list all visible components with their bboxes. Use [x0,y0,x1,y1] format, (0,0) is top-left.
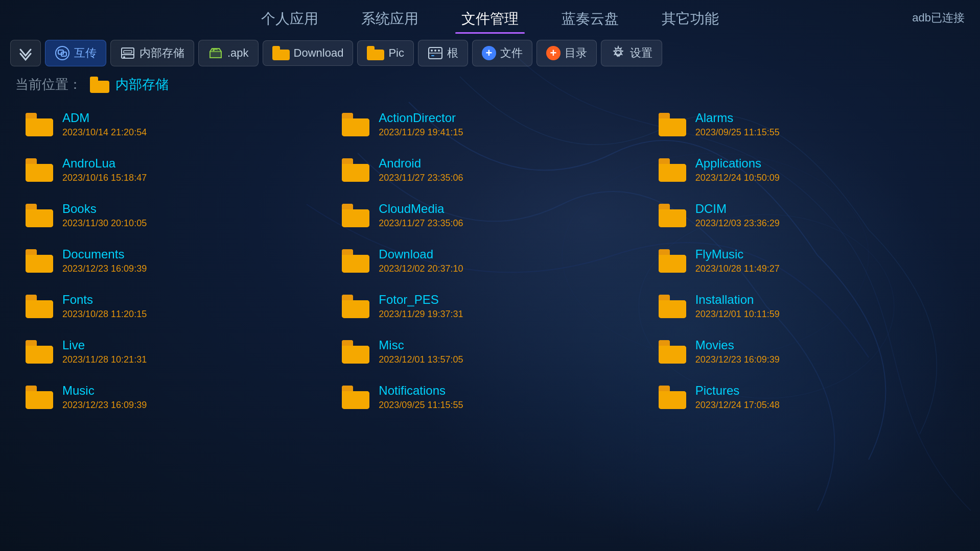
file-info: Installation 2023/12/01 10:11:59 [695,293,780,320]
file-date: 2023/11/28 10:21:31 [62,354,147,365]
file-date: 2023/12/01 10:11:59 [695,309,780,320]
folder-icon [659,113,686,136]
nav-other-functions[interactable]: 其它功能 [656,6,725,32]
internal-storage-button[interactable]: 内部存储 [110,40,194,66]
pic-folder-button[interactable]: Pic [357,40,414,66]
file-date: 2023/12/23 16:09:39 [695,354,780,365]
folder-icon [659,295,686,318]
file-info: AndroLua 2023/10/16 15:18:47 [62,156,147,183]
folder-icon [342,295,369,318]
file-item[interactable]: Notifications 2023/09/25 11:15:55 [332,374,648,420]
file-item[interactable]: DCIM 2023/12/03 23:36:29 [648,193,965,238]
folder-icon [26,386,53,409]
file-info: FlyMusic 2023/10/28 11:49:27 [695,247,780,274]
file-item[interactable]: Movies 2023/12/23 16:09:39 [648,329,965,374]
file-date: 2023/10/28 11:20:15 [62,309,147,320]
apk-button[interactable]: .apk [198,40,259,66]
file-info: Applications 2023/12/24 10:50:09 [695,156,780,183]
file-info: Movies 2023/12/23 16:09:39 [695,338,780,365]
file-item[interactable]: ActionDirector 2023/11/29 19:41:15 [332,102,648,147]
file-info: Fotor_PES 2023/11/29 19:37:31 [379,293,463,320]
file-item[interactable]: FlyMusic 2023/10/28 11:49:27 [648,238,965,283]
file-info: CloudMedia 2023/11/27 23:35:06 [379,202,463,229]
folder-icon [342,204,369,227]
file-item[interactable]: Misc 2023/12/01 13:57:05 [332,329,648,374]
folder-icon [659,204,686,227]
file-item[interactable]: Pictures 2023/12/24 17:05:48 [648,374,965,420]
file-info: Alarms 2023/09/25 11:15:55 [695,111,780,138]
folder-icon [659,158,686,182]
file-date: 2023/09/25 11:15:55 [695,127,780,138]
folder-icon [659,386,686,409]
mutual-transfer-button[interactable]: 互传 [45,40,106,66]
svg-point-14 [438,50,440,52]
file-item[interactable]: Applications 2023/12/24 10:50:09 [648,147,965,193]
nav-personal-apps[interactable]: 个人应用 [255,6,324,32]
file-item[interactable]: Alarms 2023/09/25 11:15:55 [648,102,965,147]
svg-point-2 [56,46,69,60]
nav-file-manager[interactable]: 文件管理 [455,6,525,32]
file-item[interactable]: CloudMedia 2023/11/27 23:35:06 [332,193,648,238]
file-item[interactable]: Installation 2023/12/01 10:11:59 [648,283,965,329]
folder-icon [26,295,53,318]
root-label: 根 [447,45,458,61]
folder-icon [26,158,53,182]
mutual-label: 互传 [74,45,97,61]
folder-icon [342,340,369,364]
file-item[interactable]: Android 2023/11/27 23:35:06 [332,147,648,193]
file-name: Installation [695,293,780,307]
file-item[interactable]: Books 2023/11/30 20:10:05 [15,193,332,238]
file-date: 2023/12/23 16:09:39 [62,400,147,411]
file-name: Alarms [695,111,780,125]
file-name: Download [379,247,463,261]
file-date: 2023/10/28 11:49:27 [695,263,780,274]
file-item[interactable]: Fotor_PES 2023/11/29 19:37:31 [332,283,648,329]
file-item[interactable]: Music 2023/12/23 16:09:39 [15,374,332,420]
file-item[interactable]: Documents 2023/12/23 16:09:39 [15,238,332,283]
file-name: Notifications [379,384,463,398]
folder-icon [26,249,53,273]
svg-point-13 [434,50,436,52]
download-folder-button[interactable]: Download [263,40,354,66]
root-button[interactable]: 根 [418,40,468,66]
file-date: 2023/11/30 20:10:05 [62,218,147,229]
folder-icon [342,158,369,182]
folder-icon [26,340,53,364]
file-item[interactable]: ADM 2023/10/14 21:20:54 [15,102,332,147]
file-info: ActionDirector 2023/11/29 19:41:15 [379,111,463,138]
file-name: Fotor_PES [379,293,463,307]
apk-label: .apk [227,46,249,60]
top-navigation: 个人应用 系统应用 文件管理 蓝奏云盘 其它功能 adb已连接 [0,0,980,36]
nav-system-apps[interactable]: 系统应用 [355,6,425,32]
file-item[interactable]: Live 2023/11/28 10:21:31 [15,329,332,374]
folder-icon [342,249,369,273]
file-info: Fonts 2023/10/28 11:20:15 [62,293,147,320]
file-item[interactable]: Fonts 2023/10/28 11:20:15 [15,283,332,329]
internal-storage-label: 内部存储 [139,45,184,61]
file-date: 2023/12/01 13:57:05 [379,354,463,365]
folder-icon [659,340,686,364]
file-name: Movies [695,338,780,352]
toolbar: 互传 内部存储 .apk [0,36,980,70]
new-dir-button[interactable]: + 目录 [536,40,597,66]
settings-label: 设置 [630,45,652,61]
file-name: Pictures [695,384,780,398]
file-date: 2023/12/02 20:37:10 [379,263,463,274]
collapse-button[interactable] [10,40,41,66]
file-date: 2023/10/14 21:20:54 [62,127,147,138]
settings-button[interactable]: 设置 [601,40,662,66]
file-name: DCIM [695,202,780,216]
file-date: 2023/12/23 16:09:39 [62,263,147,274]
file-date: 2023/10/16 15:18:47 [62,173,147,183]
new-file-button[interactable]: + 文件 [472,40,532,66]
file-item[interactable]: Download 2023/12/02 20:37:10 [332,238,648,283]
file-item[interactable]: AndroLua 2023/10/16 15:18:47 [15,147,332,193]
file-name: ADM [62,111,147,125]
file-info: Pictures 2023/12/24 17:05:48 [695,384,780,411]
file-date: 2023/11/27 23:35:06 [379,218,463,229]
nav-cloud-disk[interactable]: 蓝奏云盘 [555,6,625,32]
file-info: Download 2023/12/02 20:37:10 [379,247,463,274]
svg-rect-9 [124,51,132,53]
file-info: Misc 2023/12/01 13:57:05 [379,338,463,365]
new-dir-label: 目录 [565,45,587,61]
